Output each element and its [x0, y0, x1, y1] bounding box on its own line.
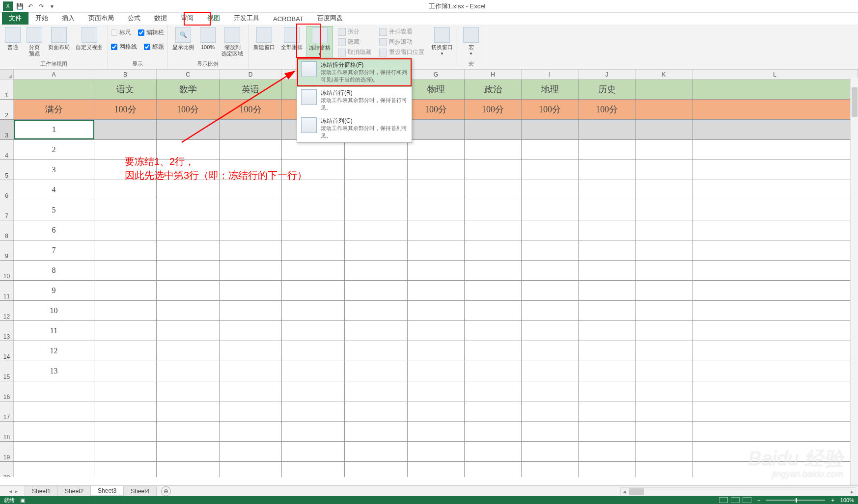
cell-H17[interactable]	[465, 401, 522, 421]
freeze-top-row-item[interactable]: 冻结首行(R)滚动工作表其余部分时，保持首行可见。	[297, 86, 412, 114]
vertical-scrollbar[interactable]	[850, 78, 858, 485]
cell-D3[interactable]	[220, 120, 282, 139]
cell-F16[interactable]	[345, 381, 408, 401]
sheet-tab-3[interactable]: Sheet3	[90, 485, 124, 497]
cell-D13[interactable]	[220, 321, 282, 341]
cell-A7[interactable]: 5	[14, 200, 94, 220]
cell-A12[interactable]: 10	[14, 301, 94, 320]
tab-developer[interactable]: 开发工具	[227, 12, 266, 25]
cell-L12[interactable]	[692, 301, 858, 320]
sheet-tab-2[interactable]: Sheet2	[57, 486, 91, 496]
cell-H11[interactable]	[465, 281, 522, 300]
row-header-13[interactable]: 13	[0, 321, 14, 341]
cell-A16[interactable]	[14, 381, 94, 401]
cell-A3[interactable]: 1	[14, 120, 94, 139]
cell-K20[interactable]	[636, 462, 692, 477]
cell-D12[interactable]	[220, 301, 282, 320]
cell-K10[interactable]	[636, 261, 692, 280]
cell-B5[interactable]	[94, 160, 157, 180]
cell-F10[interactable]	[345, 261, 408, 280]
sheet-tab-1[interactable]: Sheet1	[25, 486, 58, 496]
cell-L14[interactable]	[692, 341, 858, 361]
cell-B13[interactable]	[94, 321, 157, 341]
row-header-12[interactable]: 12	[0, 301, 14, 320]
tab-insert[interactable]: 插入	[55, 12, 82, 25]
cell-E6[interactable]	[282, 180, 345, 200]
row-header-9[interactable]: 9	[0, 240, 14, 260]
side-by-side-button[interactable]: 并排查看	[378, 27, 425, 36]
cell-H14[interactable]	[465, 341, 522, 361]
cell-E9[interactable]	[282, 240, 345, 260]
cell-D11[interactable]	[220, 281, 282, 300]
cell-A10[interactable]: 8	[14, 261, 94, 280]
cell-C20[interactable]	[157, 462, 220, 477]
cell-E15[interactable]	[282, 361, 345, 381]
cell-A1[interactable]	[14, 80, 94, 99]
cell-B9[interactable]	[94, 240, 157, 260]
cell-I12[interactable]	[522, 301, 579, 320]
tab-view[interactable]: 视图	[200, 12, 227, 25]
cell-D1[interactable]: 英语	[220, 80, 282, 99]
zoom-100-button[interactable]: 100%	[198, 26, 218, 52]
cell-E13[interactable]	[282, 321, 345, 341]
cell-H20[interactable]	[465, 462, 522, 477]
hide-button[interactable]: 隐藏	[337, 37, 372, 47]
cell-K14[interactable]	[636, 341, 692, 361]
cell-L15[interactable]	[692, 361, 858, 381]
chk-headings[interactable]: 标题	[144, 42, 164, 52]
cell-A14[interactable]: 12	[14, 341, 94, 361]
cell-E4[interactable]	[282, 140, 345, 159]
cell-F7[interactable]	[345, 200, 408, 220]
reset-position-button[interactable]: 重设窗口位置	[378, 48, 425, 57]
cell-A15[interactable]: 13	[14, 361, 94, 381]
sheet-tab-4[interactable]: Sheet4	[123, 486, 157, 496]
cell-G2[interactable]: 100分	[408, 100, 465, 119]
cell-B8[interactable]	[94, 220, 157, 240]
cell-A4[interactable]: 2	[14, 140, 94, 159]
cell-B17[interactable]	[94, 401, 157, 421]
cell-I6[interactable]	[522, 180, 579, 200]
cell-E11[interactable]	[282, 281, 345, 300]
cell-B6[interactable]	[94, 180, 157, 200]
cell-J3[interactable]	[579, 120, 636, 139]
cell-B2[interactable]: 100分	[94, 100, 157, 119]
cell-J12[interactable]	[579, 301, 636, 320]
cell-D15[interactable]	[220, 361, 282, 381]
zoom-to-selection-button[interactable]: 缩放到 选定区域	[220, 26, 245, 58]
col-header-J[interactable]: J	[579, 70, 636, 79]
cell-C14[interactable]	[157, 341, 220, 361]
cell-B4[interactable]	[94, 140, 157, 159]
cell-H3[interactable]	[465, 120, 522, 139]
cell-H16[interactable]	[465, 381, 522, 401]
cell-C9[interactable]	[157, 240, 220, 260]
cell-I13[interactable]	[522, 321, 579, 341]
row-header-11[interactable]: 11	[0, 281, 14, 300]
row-header-2[interactable]: 2	[0, 100, 14, 119]
zoom-slider[interactable]	[766, 500, 825, 501]
cell-J10[interactable]	[579, 261, 636, 280]
cell-J8[interactable]	[579, 220, 636, 240]
cell-K11[interactable]	[636, 281, 692, 300]
cell-K5[interactable]	[636, 160, 692, 180]
row-header-18[interactable]: 18	[0, 422, 14, 441]
cell-F5[interactable]	[345, 160, 408, 180]
cell-E12[interactable]	[282, 301, 345, 320]
view-normal-status[interactable]	[719, 497, 728, 503]
new-window-button[interactable]: 新建窗口	[251, 26, 277, 52]
cell-G13[interactable]	[408, 321, 465, 341]
cell-G4[interactable]	[408, 140, 465, 159]
row-header-20[interactable]: 20	[0, 462, 14, 477]
freeze-panes-button[interactable]: 冻结窗格▼	[306, 26, 333, 59]
cell-E19[interactable]	[282, 442, 345, 461]
cell-B10[interactable]	[94, 261, 157, 280]
row-header-6[interactable]: 6	[0, 180, 14, 200]
cell-B7[interactable]	[94, 200, 157, 220]
cell-C10[interactable]	[157, 261, 220, 280]
row-header-3[interactable]: 3	[0, 120, 14, 139]
cell-D10[interactable]	[220, 261, 282, 280]
chk-gridlines[interactable]: 网格线	[111, 42, 137, 52]
col-header-B[interactable]: B	[94, 70, 157, 79]
cell-J20[interactable]	[579, 462, 636, 477]
freeze-panes-item[interactable]: 冻结拆分窗格(F)滚动工作表其余部分时，保持行和列可见(基于当前的选择)。	[297, 58, 412, 87]
cell-B12[interactable]	[94, 301, 157, 320]
